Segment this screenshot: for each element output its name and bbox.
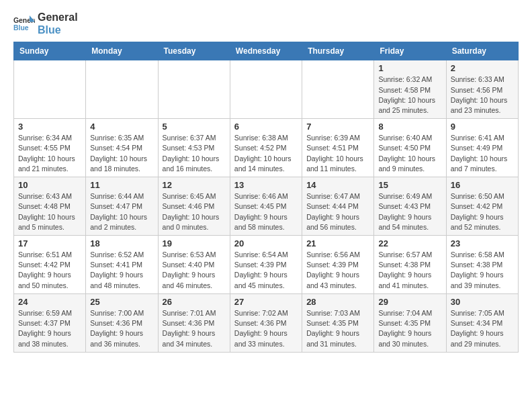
day-number: 6 bbox=[234, 122, 298, 132]
calendar-cell bbox=[86, 60, 158, 119]
weekday-header-thursday: Thursday bbox=[302, 42, 374, 60]
calendar-cell: 22Sunrise: 6:57 AM Sunset: 4:38 PM Dayli… bbox=[374, 236, 446, 294]
day-number: 3 bbox=[18, 122, 81, 132]
day-number: 30 bbox=[451, 297, 514, 307]
day-info: Sunrise: 6:52 AM Sunset: 4:41 PM Dayligh… bbox=[90, 250, 153, 291]
week-row-4: 17Sunrise: 6:51 AM Sunset: 4:42 PM Dayli… bbox=[14, 236, 519, 294]
day-info: Sunrise: 6:44 AM Sunset: 4:47 PM Dayligh… bbox=[90, 191, 153, 232]
day-number: 23 bbox=[451, 238, 514, 248]
day-number: 9 bbox=[451, 122, 514, 132]
calendar-cell: 7Sunrise: 6:39 AM Sunset: 4:51 PM Daylig… bbox=[302, 119, 374, 177]
header: General Blue General Blue bbox=[13, 11, 519, 36]
calendar-table: SundayMondayTuesdayWednesdayThursdayFrid… bbox=[13, 42, 519, 352]
day-info: Sunrise: 7:03 AM Sunset: 4:35 PM Dayligh… bbox=[306, 308, 369, 349]
day-number: 2 bbox=[451, 63, 514, 73]
calendar-cell: 1Sunrise: 6:32 AM Sunset: 4:58 PM Daylig… bbox=[374, 60, 446, 119]
day-info: Sunrise: 6:57 AM Sunset: 4:38 PM Dayligh… bbox=[378, 250, 441, 291]
day-number: 7 bbox=[306, 122, 369, 132]
day-number: 26 bbox=[163, 297, 226, 307]
day-number: 25 bbox=[90, 297, 153, 307]
day-number: 11 bbox=[90, 180, 153, 190]
day-info: Sunrise: 6:43 AM Sunset: 4:48 PM Dayligh… bbox=[18, 191, 81, 232]
day-number: 12 bbox=[163, 180, 226, 190]
calendar-cell: 3Sunrise: 6:34 AM Sunset: 4:55 PM Daylig… bbox=[14, 119, 86, 177]
logo-blue: Blue bbox=[38, 24, 78, 36]
calendar-cell: 23Sunrise: 6:58 AM Sunset: 4:38 PM Dayli… bbox=[446, 236, 518, 294]
weekday-header-wednesday: Wednesday bbox=[230, 42, 302, 60]
day-info: Sunrise: 7:00 AM Sunset: 4:36 PM Dayligh… bbox=[90, 308, 153, 349]
day-info: Sunrise: 7:02 AM Sunset: 4:36 PM Dayligh… bbox=[234, 308, 298, 349]
calendar-cell: 19Sunrise: 6:53 AM Sunset: 4:40 PM Dayli… bbox=[158, 236, 230, 294]
weekday-header-row: SundayMondayTuesdayWednesdayThursdayFrid… bbox=[14, 42, 519, 60]
day-number: 4 bbox=[90, 122, 153, 132]
calendar-cell: 5Sunrise: 6:37 AM Sunset: 4:53 PM Daylig… bbox=[158, 119, 230, 177]
day-info: Sunrise: 6:49 AM Sunset: 4:43 PM Dayligh… bbox=[378, 191, 441, 232]
day-number: 10 bbox=[18, 180, 81, 190]
calendar-cell bbox=[302, 60, 374, 119]
calendar-cell: 10Sunrise: 6:43 AM Sunset: 4:48 PM Dayli… bbox=[14, 177, 86, 236]
day-info: Sunrise: 6:33 AM Sunset: 4:56 PM Dayligh… bbox=[451, 75, 514, 116]
day-info: Sunrise: 6:37 AM Sunset: 4:53 PM Dayligh… bbox=[163, 133, 226, 174]
day-info: Sunrise: 6:51 AM Sunset: 4:42 PM Dayligh… bbox=[18, 250, 81, 291]
day-info: Sunrise: 6:50 AM Sunset: 4:42 PM Dayligh… bbox=[451, 191, 514, 232]
day-number: 22 bbox=[378, 238, 441, 248]
calendar-cell bbox=[14, 60, 86, 119]
weekday-header-friday: Friday bbox=[374, 42, 446, 60]
day-info: Sunrise: 6:46 AM Sunset: 4:45 PM Dayligh… bbox=[234, 191, 298, 232]
day-info: Sunrise: 6:39 AM Sunset: 4:51 PM Dayligh… bbox=[306, 133, 369, 174]
day-number: 1 bbox=[378, 63, 441, 73]
week-row-2: 3Sunrise: 6:34 AM Sunset: 4:55 PM Daylig… bbox=[14, 119, 519, 177]
calendar-cell: 24Sunrise: 6:59 AM Sunset: 4:37 PM Dayli… bbox=[14, 293, 86, 352]
calendar-cell: 29Sunrise: 7:04 AM Sunset: 4:35 PM Dayli… bbox=[374, 293, 446, 352]
day-info: Sunrise: 6:53 AM Sunset: 4:40 PM Dayligh… bbox=[163, 250, 226, 291]
day-number: 28 bbox=[306, 297, 369, 307]
calendar-cell: 16Sunrise: 6:50 AM Sunset: 4:42 PM Dayli… bbox=[446, 177, 518, 236]
day-number: 16 bbox=[451, 180, 514, 190]
day-number: 21 bbox=[306, 238, 369, 248]
day-number: 8 bbox=[378, 122, 441, 132]
day-info: Sunrise: 6:40 AM Sunset: 4:50 PM Dayligh… bbox=[378, 133, 441, 174]
calendar-cell: 14Sunrise: 6:47 AM Sunset: 4:44 PM Dayli… bbox=[302, 177, 374, 236]
calendar-cell: 26Sunrise: 7:01 AM Sunset: 4:36 PM Dayli… bbox=[158, 293, 230, 352]
logo: General Blue General Blue bbox=[13, 11, 78, 36]
calendar-cell bbox=[158, 60, 230, 119]
day-info: Sunrise: 6:45 AM Sunset: 4:46 PM Dayligh… bbox=[163, 191, 226, 232]
day-info: Sunrise: 6:54 AM Sunset: 4:39 PM Dayligh… bbox=[234, 250, 298, 291]
day-number: 24 bbox=[18, 297, 81, 307]
day-info: Sunrise: 6:58 AM Sunset: 4:38 PM Dayligh… bbox=[451, 250, 514, 291]
day-info: Sunrise: 6:32 AM Sunset: 4:58 PM Dayligh… bbox=[378, 75, 441, 116]
week-row-3: 10Sunrise: 6:43 AM Sunset: 4:48 PM Dayli… bbox=[14, 177, 519, 236]
calendar-cell: 28Sunrise: 7:03 AM Sunset: 4:35 PM Dayli… bbox=[302, 293, 374, 352]
calendar-cell: 18Sunrise: 6:52 AM Sunset: 4:41 PM Dayli… bbox=[86, 236, 158, 294]
day-info: Sunrise: 6:34 AM Sunset: 4:55 PM Dayligh… bbox=[18, 133, 81, 174]
calendar-cell: 13Sunrise: 6:46 AM Sunset: 4:45 PM Dayli… bbox=[230, 177, 302, 236]
day-number: 5 bbox=[163, 122, 226, 132]
week-row-5: 24Sunrise: 6:59 AM Sunset: 4:37 PM Dayli… bbox=[14, 293, 519, 352]
day-number: 18 bbox=[90, 238, 153, 248]
day-info: Sunrise: 7:01 AM Sunset: 4:36 PM Dayligh… bbox=[163, 308, 226, 349]
calendar-cell: 12Sunrise: 6:45 AM Sunset: 4:46 PM Dayli… bbox=[158, 177, 230, 236]
calendar-cell: 30Sunrise: 7:05 AM Sunset: 4:34 PM Dayli… bbox=[446, 293, 518, 352]
day-info: Sunrise: 6:47 AM Sunset: 4:44 PM Dayligh… bbox=[306, 191, 369, 232]
day-number: 15 bbox=[378, 180, 441, 190]
weekday-header-monday: Monday bbox=[86, 42, 158, 60]
day-number: 17 bbox=[18, 238, 81, 248]
day-number: 19 bbox=[163, 238, 226, 248]
calendar-cell: 21Sunrise: 6:56 AM Sunset: 4:39 PM Dayli… bbox=[302, 236, 374, 294]
calendar-cell bbox=[230, 60, 302, 119]
calendar-cell: 25Sunrise: 7:00 AM Sunset: 4:36 PM Dayli… bbox=[86, 293, 158, 352]
day-number: 20 bbox=[234, 238, 298, 248]
calendar-cell: 9Sunrise: 6:41 AM Sunset: 4:49 PM Daylig… bbox=[446, 119, 518, 177]
calendar-cell: 4Sunrise: 6:35 AM Sunset: 4:54 PM Daylig… bbox=[86, 119, 158, 177]
day-number: 27 bbox=[234, 297, 298, 307]
day-info: Sunrise: 7:04 AM Sunset: 4:35 PM Dayligh… bbox=[378, 308, 441, 349]
day-number: 29 bbox=[378, 297, 441, 307]
day-info: Sunrise: 6:59 AM Sunset: 4:37 PM Dayligh… bbox=[18, 308, 81, 349]
calendar-cell: 2Sunrise: 6:33 AM Sunset: 4:56 PM Daylig… bbox=[446, 60, 518, 119]
weekday-header-tuesday: Tuesday bbox=[158, 42, 230, 60]
calendar-cell: 8Sunrise: 6:40 AM Sunset: 4:50 PM Daylig… bbox=[374, 119, 446, 177]
calendar-cell: 17Sunrise: 6:51 AM Sunset: 4:42 PM Dayli… bbox=[14, 236, 86, 294]
day-info: Sunrise: 7:05 AM Sunset: 4:34 PM Dayligh… bbox=[451, 308, 514, 349]
svg-text:Blue: Blue bbox=[13, 25, 29, 32]
calendar-cell: 27Sunrise: 7:02 AM Sunset: 4:36 PM Dayli… bbox=[230, 293, 302, 352]
